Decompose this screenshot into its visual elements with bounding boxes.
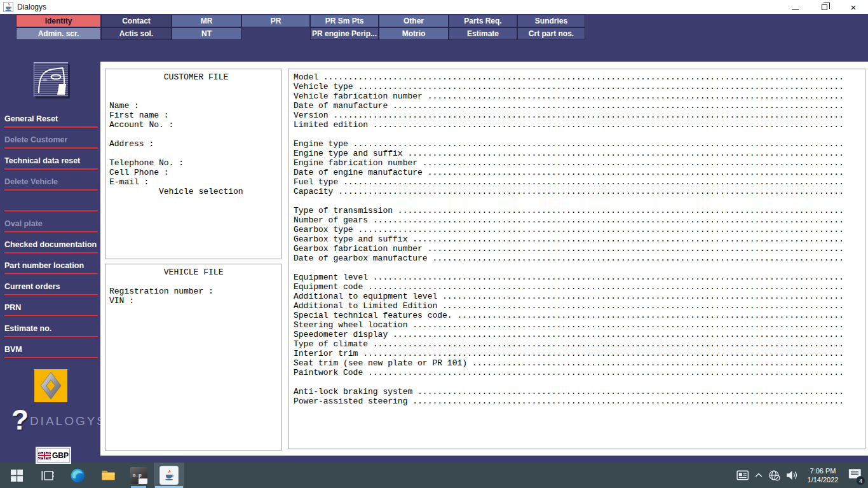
dialogys-window: Dialogys × IdentityContactMRPRPR Sm PtsO…	[0, 0, 868, 488]
customer-field-label: Name :	[109, 101, 277, 111]
speaker-icon	[786, 470, 797, 481]
action-center-button[interactable]: 4	[848, 468, 862, 482]
sidebar-item[interactable]: Delete Vehicle	[0, 170, 100, 191]
network-status-button[interactable]	[768, 470, 780, 481]
edge-browser-button[interactable]	[62, 463, 93, 488]
tab[interactable]: Admin. scr.	[16, 27, 101, 40]
sidebar-item-label: Part number location	[0, 261, 100, 270]
sidebar-item[interactable]: Part number location	[0, 254, 100, 274]
separator-line	[4, 147, 98, 149]
java-app-icon	[3, 2, 13, 12]
window-bottom-edge	[0, 456, 868, 463]
hidden-icons-chevron[interactable]	[755, 473, 763, 478]
tab[interactable]: PR Sm Pts	[310, 15, 379, 27]
sidebar-item[interactable]: Technical data reset	[0, 149, 100, 170]
task-view-button[interactable]	[32, 463, 62, 488]
tab[interactable]: PR	[241, 15, 310, 27]
news-widget-button[interactable]	[736, 470, 749, 481]
sidebar-item-label: Current orders	[0, 282, 100, 291]
vehicle-file-panel: VEHICLE FILERegistration number :VIN :	[105, 264, 281, 451]
detail-line: Version ................................…	[294, 111, 860, 120]
tab-row-1: IdentityContactMRPRPR Sm PtsOtherParts R…	[16, 15, 585, 27]
sidebar-item-label: Technical data reset	[0, 156, 100, 165]
detail-line: Equipment code .........................…	[294, 282, 860, 292]
system-tray: 7:06 PM 1/14/2022 4	[736, 466, 868, 484]
detail-line: Engine type ............................…	[294, 139, 860, 149]
detail-line: Fuel type ..............................…	[294, 177, 860, 187]
content-area: CUSTOMER FILEName :First name :Account N…	[100, 62, 868, 456]
sidebar-item[interactable]: BVM	[0, 337, 100, 358]
close-button[interactable]: ×	[839, 0, 868, 14]
separator-line	[4, 273, 98, 274]
sidebar-item-label: General Reset	[0, 114, 100, 123]
sidebar-item[interactable]: Current orders	[0, 274, 100, 295]
detail-line: Number of gears ........................…	[294, 215, 860, 225]
tab[interactable]: Identity	[16, 15, 101, 27]
tab-label: Sundries	[535, 17, 567, 25]
detail-line: Additional to Limited Edition ..........…	[294, 301, 860, 311]
tab[interactable]: Parts Req.	[449, 15, 517, 27]
tab-label: Actis sol.	[119, 29, 153, 38]
sidebar-item[interactable]: Estimate no.	[0, 316, 100, 337]
customer-field-label: E-mail :	[109, 177, 277, 187]
tab[interactable]: Actis sol.	[101, 27, 172, 40]
tab[interactable]: Estimate	[449, 27, 517, 40]
windows-logo-icon	[11, 470, 23, 482]
detail-line: Special technical features code. .......…	[294, 311, 860, 320]
vehicle-selection-link[interactable]: Vehicle selection	[109, 187, 277, 196]
sidebar: General Reset Delete Customer Technical …	[0, 62, 100, 456]
tab-label: Parts Req.	[464, 17, 501, 25]
tab[interactable]: Contact	[101, 15, 172, 27]
clock[interactable]: 7:06 PM 1/14/2022	[803, 466, 843, 484]
currency-button[interactable]: GBP	[37, 448, 70, 463]
customer-field-label: Account No. :	[109, 120, 277, 130]
dialogys-logo: ? DIALOGYS	[11, 406, 100, 434]
separator-line	[4, 315, 98, 316]
separator-line	[4, 357, 98, 358]
tab-label: Other	[403, 17, 424, 25]
customer-field-label: CUSTOMER FILE	[109, 72, 277, 82]
tab[interactable]: NT	[172, 27, 241, 40]
sidebar-item-label: Delete Vehicle	[0, 177, 100, 186]
volume-button[interactable]	[786, 470, 797, 481]
detail-line: Seat trim (see new plate or PR 101) ....…	[294, 358, 860, 368]
tab[interactable]	[241, 27, 310, 40]
tab-label: NT	[201, 29, 212, 38]
sidebar-item[interactable]: Checked documentation	[0, 233, 100, 254]
sidebar-item[interactable]: Delete Customer	[0, 128, 100, 149]
tab-row-2: Admin. scr.Actis sol.NTPR engine Perip..…	[16, 27, 585, 40]
clp-app-button[interactable]: o_p	[123, 463, 154, 488]
java-dialogys-button[interactable]	[154, 463, 184, 488]
restore-button[interactable]	[810, 0, 839, 14]
detail-line: Engine type and suffix .................…	[294, 149, 860, 158]
detail-line	[294, 196, 860, 206]
java-coffee-cup-icon	[160, 466, 178, 484]
tab-label: Estimate	[467, 29, 499, 38]
sidebar-menu: General Reset Delete Customer Technical …	[0, 107, 100, 358]
customer-field-label: Address :	[109, 139, 277, 149]
customer-file-lines: CUSTOMER FILEName :First name :Account N…	[109, 72, 277, 187]
sidebar-item[interactable]: PRN	[0, 295, 100, 316]
sidebar-item[interactable]: General Reset	[0, 107, 100, 128]
clp-app-icon: o_p	[130, 467, 147, 484]
tab[interactable]: Sundries	[517, 15, 585, 27]
sidebar-item[interactable]	[0, 191, 100, 212]
clock-time: 7:06 PM	[803, 466, 843, 475]
separator-line	[4, 210, 98, 212]
detail-line: Type of transmission ...................…	[294, 206, 860, 215]
tab[interactable]: PR engine Perip...	[310, 27, 379, 40]
tab[interactable]: Other	[379, 15, 449, 27]
detail-line: Gearbox type ...........................…	[294, 225, 860, 234]
minimize-button[interactable]	[780, 0, 810, 14]
tab[interactable]: Motrio	[379, 27, 449, 40]
restore-icon	[822, 4, 827, 10]
tab[interactable]: Crt part nos.	[517, 27, 585, 40]
separator-line	[4, 126, 98, 128]
tab-label: PR	[271, 17, 281, 25]
sidebar-item[interactable]: Oval plate	[0, 212, 100, 233]
detail-line: Capacity ...............................…	[294, 187, 860, 196]
start-button[interactable]	[1, 463, 32, 488]
tab[interactable]: MR	[172, 15, 241, 27]
file-explorer-button[interactable]	[93, 463, 123, 488]
sidebar-item-label: Checked documentation	[0, 240, 100, 249]
